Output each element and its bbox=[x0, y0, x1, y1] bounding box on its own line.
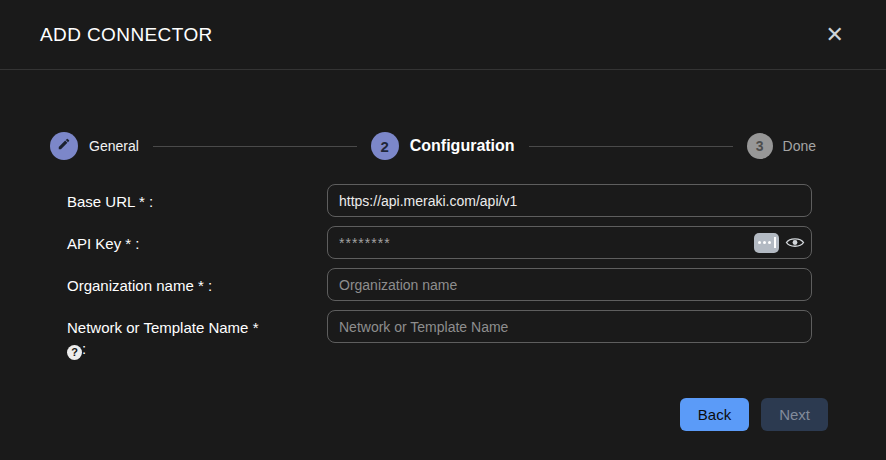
password-manager-icon[interactable] bbox=[754, 233, 779, 253]
step-done-label: Done bbox=[783, 138, 816, 154]
dialog-header: ADD CONNECTOR ✕ bbox=[0, 0, 886, 70]
form-row-api-key: API Key * : bbox=[67, 226, 886, 259]
form-row-network: Network or Template Name * ?: bbox=[67, 310, 886, 360]
api-key-input[interactable] bbox=[339, 235, 754, 251]
base-url-input[interactable] bbox=[339, 193, 805, 209]
network-label: Network or Template Name * ?: bbox=[67, 310, 327, 360]
add-connector-dialog: ADD CONNECTOR ✕ General 2 Configuration … bbox=[0, 0, 886, 460]
form-row-base-url: Base URL * : bbox=[67, 184, 886, 217]
step-done-circle: 3 bbox=[747, 133, 773, 159]
organization-input[interactable] bbox=[339, 277, 805, 293]
form-row-organization: Organization name * : bbox=[67, 268, 886, 301]
step-general-circle bbox=[50, 132, 78, 160]
eye-icon[interactable] bbox=[785, 235, 805, 250]
dialog-footer: Back Next bbox=[0, 398, 828, 431]
next-button[interactable]: Next bbox=[761, 398, 828, 431]
dialog-title: ADD CONNECTOR bbox=[40, 24, 213, 46]
help-icon[interactable]: ? bbox=[67, 345, 82, 360]
api-key-label: API Key * : bbox=[67, 226, 327, 259]
network-field-wrap bbox=[327, 310, 812, 343]
step-done: 3 Done bbox=[747, 133, 816, 159]
organization-field-wrap bbox=[327, 268, 812, 301]
network-input[interactable] bbox=[339, 319, 805, 335]
stepper-connector bbox=[529, 146, 733, 147]
close-icon[interactable]: ✕ bbox=[822, 22, 848, 48]
step-configuration: 2 Configuration bbox=[371, 132, 515, 160]
pencil-icon bbox=[57, 137, 71, 155]
base-url-label: Base URL * : bbox=[67, 184, 327, 217]
network-label-colon: : bbox=[82, 340, 86, 357]
api-key-icons bbox=[754, 233, 805, 253]
back-button[interactable]: Back bbox=[680, 398, 749, 431]
step-configuration-label: Configuration bbox=[410, 137, 515, 155]
stepper: General 2 Configuration 3 Done bbox=[50, 132, 816, 160]
step-configuration-circle: 2 bbox=[371, 132, 399, 160]
network-label-text: Network or Template Name * bbox=[67, 319, 258, 336]
step-general-label: General bbox=[89, 138, 139, 154]
organization-label: Organization name * : bbox=[67, 268, 327, 301]
api-key-field-wrap bbox=[327, 226, 812, 259]
step-general: General bbox=[50, 132, 139, 160]
base-url-field-wrap bbox=[327, 184, 812, 217]
connector-form: Base URL * : API Key * : bbox=[67, 184, 886, 369]
stepper-connector bbox=[153, 146, 357, 147]
